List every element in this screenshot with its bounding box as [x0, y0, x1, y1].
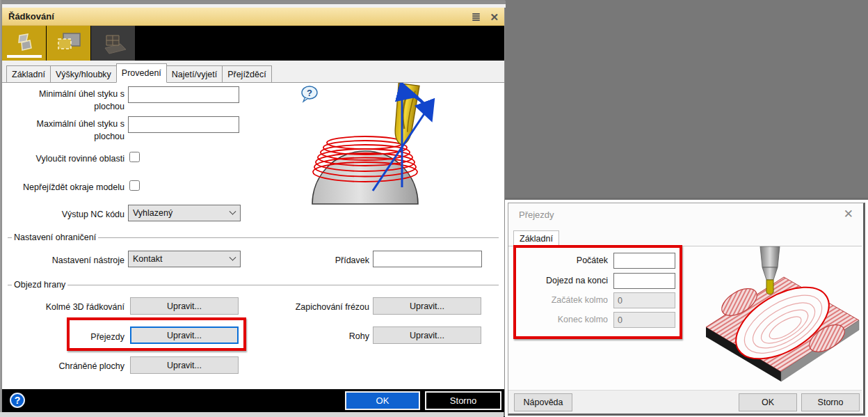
edge-group-divider: Objezd hrany: [8, 280, 499, 290]
start-label: Počátek: [515, 255, 608, 265]
perpendicular-label: Kolmé 3D řádkování: [6, 301, 124, 313]
min-angle-label: Minimální úhel styku s plochou: [6, 88, 124, 113]
cancel-button[interactable]: Storno: [425, 391, 501, 410]
plunge-label: Zapichování frézou: [280, 301, 369, 313]
chevron-down-icon: [230, 207, 236, 214]
perpendicular-edit-button[interactable]: Upravit...: [130, 297, 239, 315]
close-icon[interactable]: ✕: [490, 12, 499, 22]
corners-edit-button[interactable]: Upravit...: [373, 326, 481, 344]
tool-setting-label: Nastavení nástroje: [6, 254, 124, 267]
corners-label: Rohy: [308, 330, 369, 343]
active-tool-underline: [7, 55, 42, 58]
fixture-grid-icon: [99, 31, 127, 55]
window-bottom-strip: [0, 412, 504, 417]
tab-najeti-vyjeti[interactable]: Najetí/vyjetí: [166, 65, 223, 82]
tab-provedeni[interactable]: Provedení: [116, 63, 167, 83]
dialog-footer: ? OK Storno: [2, 389, 504, 412]
no-cross-edges-label: Nepřejíždět okraje modelu: [6, 181, 124, 194]
protected-edit-button[interactable]: Upravit...: [130, 356, 239, 374]
dialog-toolbar: [2, 26, 504, 61]
end-extension-input[interactable]: [613, 273, 675, 289]
links-edit-button[interactable]: Upravit...: [130, 326, 239, 344]
links-close-icon[interactable]: ✕: [844, 208, 853, 220]
protected-label: Chráněné plochy: [6, 360, 124, 372]
provedeni-form: Minimální úhel styku s plochou Maximální…: [2, 83, 504, 389]
cad-workspace-background: [505, 0, 868, 200]
nc-output-dropdown[interactable]: Vyhlazený: [128, 205, 241, 221]
nc-output-label: Výstup NC kódu: [6, 208, 124, 221]
max-angle-label: Maximální úhel styku s plochou: [6, 118, 124, 143]
surfaces-icon: [13, 31, 36, 55]
boundary-group-divider: Nastavení ohraničení: [8, 233, 499, 242]
links-tabstrip: Základní: [508, 231, 862, 246]
contact-angle-illustration: [303, 83, 499, 210]
toolpath-preview-image: [703, 246, 863, 383]
links-ok-button[interactable]: OK: [739, 393, 797, 411]
boundary-selection-icon: [55, 31, 83, 56]
links-dialog: Přejezdy ✕ Základní Počátek Dojezd na ko…: [508, 203, 865, 416]
toolbar-surfaces-button[interactable]: [2, 26, 47, 61]
plunge-edit-button[interactable]: Upravit...: [373, 297, 481, 315]
start-perpendicular-label: Začátek kolmo: [515, 295, 608, 305]
screenshot-root: Řádkování ✕: [0, 0, 868, 417]
end-extension-label: Dojezd na konci: [515, 276, 608, 285]
end-perpendicular-label: Konec kolmo: [515, 315, 608, 324]
tab-prejizdeci[interactable]: Přejížděcí: [222, 65, 272, 82]
allowance-input[interactable]: [373, 251, 482, 267]
edge-group-label: Objezd hrany: [12, 280, 67, 290]
help-icon[interactable]: ?: [10, 393, 25, 408]
ok-button[interactable]: OK: [345, 391, 420, 410]
tool-setting-dropdown[interactable]: Kontakt: [128, 251, 241, 267]
links-cancel-button[interactable]: Storno: [801, 393, 860, 411]
start-perpendicular-input: [613, 292, 675, 308]
toolbar-boundary-button[interactable]: [47, 26, 91, 61]
exclude-flat-label: Vyloučit rovinné oblasti: [6, 152, 124, 165]
dialog-tabbar: Základní Výšky/hloubky Provedení Najetí/…: [2, 61, 504, 83]
nc-output-value: Vyhlazený: [133, 208, 172, 218]
dialog-titlebar[interactable]: Řádkování ✕: [2, 8, 504, 26]
raster-dialog: Řádkování ✕: [1, 0, 505, 412]
links-help-button[interactable]: Nápověda: [514, 393, 572, 411]
allowance-label: Přídavek: [294, 254, 369, 267]
links-label: Přejezdy: [6, 331, 124, 343]
links-dialog-footer: Nápověda OK Storno: [508, 390, 862, 414]
min-angle-input[interactable]: [128, 86, 239, 103]
max-angle-input[interactable]: [128, 116, 239, 133]
boundary-group-label: Nastavení ohraničení: [12, 233, 98, 242]
start-input[interactable]: [613, 253, 675, 269]
links-dialog-title: Přejezdy: [519, 210, 554, 220]
links-tab-zakladni[interactable]: Základní: [513, 230, 559, 246]
tab-zakladni[interactable]: Základní: [6, 65, 51, 82]
dialog-title: Řádkování: [2, 11, 54, 22]
toolbar-fixture-button[interactable]: [91, 26, 136, 61]
links-dialog-body: Počátek Dojezd na konci Začátek kolmo Ko…: [508, 246, 862, 390]
dialog-menu-icon[interactable]: [472, 13, 480, 21]
end-perpendicular-input: [613, 312, 675, 328]
tool-setting-value: Kontakt: [133, 254, 162, 264]
tab-vysky-hloubky[interactable]: Výšky/hloubky: [50, 65, 117, 82]
no-cross-edges-checkbox[interactable]: [129, 180, 140, 191]
exclude-flat-checkbox[interactable]: [129, 152, 140, 162]
chevron-down-icon: [230, 253, 236, 260]
